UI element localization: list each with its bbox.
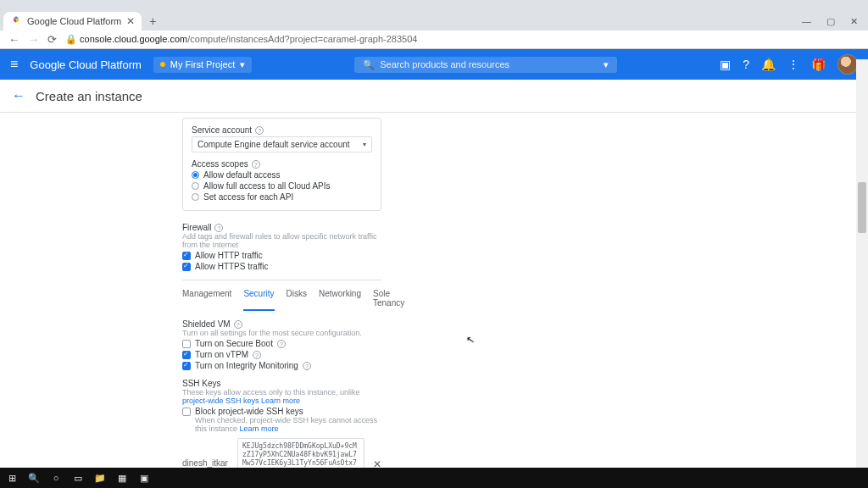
firewall-help: Add tags and firewall rules to allow spe… <box>182 232 381 249</box>
putty-icon[interactable]: ▣ <box>137 471 151 485</box>
window-close-icon[interactable]: ✕ <box>850 16 858 27</box>
service-account-label: Service account <box>192 125 252 135</box>
new-tab-button[interactable]: + <box>143 14 162 30</box>
more-icon[interactable]: ⋮ <box>787 58 799 71</box>
browser-reload-icon[interactable]: ⟳ <box>47 33 57 46</box>
radio-icon <box>192 171 199 179</box>
back-arrow-icon[interactable]: ← <box>12 88 25 103</box>
window-maximize-icon[interactable]: ▢ <box>826 16 835 27</box>
hamburger-icon[interactable]: ≡ <box>10 57 18 72</box>
close-tab-icon[interactable]: ✕ <box>126 15 135 27</box>
allow-https-checkbox[interactable]: Allow HTTPS traffic <box>182 262 381 271</box>
help-icon[interactable]: ? <box>253 351 261 359</box>
checkbox-icon <box>182 362 191 370</box>
ssh-help: These keys allow access only to this ins… <box>182 388 381 405</box>
search-icon: 🔍 <box>363 59 375 70</box>
gift-icon[interactable]: 🎁 <box>811 58 826 71</box>
avatar[interactable] <box>837 54 858 75</box>
gcp-favicon-icon <box>10 15 22 27</box>
checkbox-icon <box>182 252 191 260</box>
windows-start-icon[interactable]: ⊞ <box>5 471 19 485</box>
allow-http-checkbox[interactable]: Allow HTTP traffic <box>182 251 381 260</box>
checkbox-icon <box>182 263 191 271</box>
access-scopes-label: Access scopes <box>192 159 248 169</box>
browser-back-icon[interactable]: ← <box>8 33 19 46</box>
checkbox-icon <box>182 408 191 416</box>
search-bar[interactable]: 🔍 ▾ <box>354 57 617 73</box>
service-account-select[interactable]: Compute Engine default service account ▾ <box>192 136 372 152</box>
chevron-down-icon: ▾ <box>363 141 366 148</box>
search-icon[interactable]: 🔍 <box>27 471 41 485</box>
project-dot-icon <box>160 62 165 67</box>
radio-icon <box>192 182 199 190</box>
checkbox-icon <box>182 351 191 359</box>
ssh-key-username: dinesh_itkar <box>182 438 229 468</box>
url-bar[interactable]: 🔒 console.cloud.google.com/compute/insta… <box>65 34 860 45</box>
task-view-icon[interactable]: ▭ <box>71 471 85 485</box>
shielded-vm-label: Shielded VM <box>182 319 231 329</box>
chevron-down-icon: ▾ <box>240 59 245 70</box>
help-icon[interactable]: ? <box>277 340 286 348</box>
learn-more-link[interactable]: Learn more <box>240 424 279 433</box>
shielded-vm-help: Turn on all settings for the most secure… <box>182 329 381 337</box>
tab-sole-tenancy[interactable]: Sole Tenancy <box>373 289 404 311</box>
vtpm-checkbox[interactable]: Turn on vTPM ? <box>182 350 381 359</box>
window-minimize-icon[interactable]: — <box>802 16 811 27</box>
page-title: Create an instance <box>36 89 142 103</box>
help-icon[interactable]: ? <box>255 126 264 135</box>
scope-each-radio[interactable]: Set access for each API <box>192 192 372 202</box>
lock-icon: 🔒 <box>65 34 77 44</box>
browser-forward-icon[interactable]: → <box>28 33 39 46</box>
help-icon[interactable]: ? <box>214 224 223 232</box>
scope-full-radio[interactable]: Allow full access to all Cloud APIs <box>192 181 372 191</box>
help-icon[interactable]: ? <box>234 320 242 329</box>
tab-security[interactable]: Security <box>243 289 274 311</box>
tab-management[interactable]: Management <box>182 289 231 311</box>
tab-networking[interactable]: Networking <box>319 289 361 311</box>
project-wide-keys-link[interactable]: project-wide SSH keys <box>182 396 259 405</box>
scope-default-radio[interactable]: Allow default access <box>192 170 372 180</box>
help-icon[interactable]: ? <box>303 362 311 370</box>
checkbox-icon <box>182 340 191 348</box>
browser-tab-title: Google Cloud Platform <box>27 16 121 26</box>
integrity-checkbox[interactable]: Turn on Integrity Monitoring ? <box>182 361 381 370</box>
browser-tab[interactable]: Google Cloud Platform ✕ <box>3 12 142 30</box>
secure-boot-checkbox[interactable]: Turn on Secure Boot ? <box>182 339 381 348</box>
chevron-down-icon[interactable]: ▾ <box>604 59 609 70</box>
cortana-icon[interactable]: ○ <box>49 471 63 485</box>
block-project-keys-checkbox[interactable]: Block project-wide SSH keys <box>182 407 381 416</box>
help-icon[interactable]: ? <box>743 58 749 71</box>
radio-icon <box>192 193 199 201</box>
gcp-product-name: Google Cloud Platform <box>30 58 142 71</box>
block-keys-help: When checked, project-wide SSH keys cann… <box>182 416 381 433</box>
explorer-icon[interactable]: 📁 <box>93 471 107 485</box>
help-icon[interactable]: ? <box>252 160 260 169</box>
ssh-keys-label: SSH Keys <box>182 379 221 388</box>
notifications-icon[interactable]: 🔔 <box>761 58 776 71</box>
remove-key-icon[interactable]: ✕ <box>373 438 381 470</box>
cloud-shell-icon[interactable]: ▣ <box>720 58 731 71</box>
learn-more-link[interactable]: Learn more <box>261 396 300 405</box>
firewall-label: Firewall <box>182 223 211 232</box>
vscode-icon[interactable]: ▦ <box>115 471 129 485</box>
tab-disks[interactable]: Disks <box>287 289 307 311</box>
project-selector[interactable]: My First Project ▾ <box>153 57 252 73</box>
scrollbar[interactable] <box>856 59 868 468</box>
search-input[interactable] <box>380 59 604 69</box>
